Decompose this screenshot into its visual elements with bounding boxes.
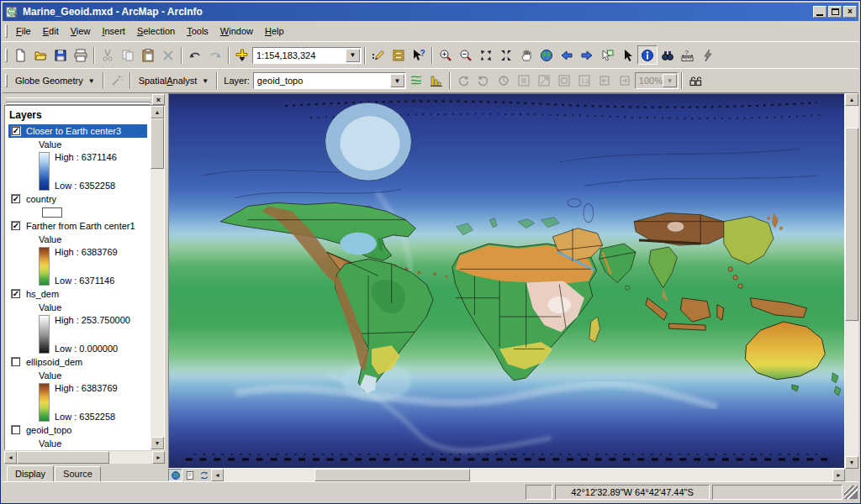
menu-selection[interactable]: Selection (131, 24, 181, 39)
map-horizontal-scrollbar[interactable]: ◄ ► (211, 469, 845, 481)
whats-this-button[interactable]: ? (409, 45, 429, 65)
rotate-left-button[interactable] (453, 71, 473, 91)
scroll-right-arrow[interactable]: ► (152, 451, 165, 464)
map-canvas[interactable] (168, 93, 845, 469)
layout-view-button[interactable] (182, 469, 197, 481)
scrollbar-thumb[interactable] (845, 128, 858, 321)
globe-geometry-menu[interactable]: Globe Geometry ▼ (10, 71, 100, 90)
menu-edit[interactable]: Edit (37, 24, 65, 39)
new-button[interactable] (10, 45, 30, 65)
scroll-down-arrow[interactable]: ▼ (845, 456, 858, 469)
pan-button[interactable] (516, 45, 536, 65)
layer-row-ellipsoid-dem[interactable]: ellipsoid_dem (8, 355, 147, 369)
go-next-button[interactable] (577, 45, 597, 65)
scroll-down-arrow[interactable]: ▼ (151, 437, 164, 449)
zoom-in-button[interactable] (436, 45, 456, 65)
go-back-button[interactable] (557, 45, 577, 65)
zoom-out-button[interactable] (456, 45, 476, 65)
scrollbar-thumb[interactable] (17, 451, 109, 464)
lock-button[interactable] (685, 71, 705, 91)
menu-help[interactable]: Help (259, 24, 290, 39)
toc-grip[interactable]: × (4, 94, 165, 105)
toc-close-button[interactable]: × (152, 94, 165, 105)
print-button[interactable] (71, 45, 91, 65)
country-symbol-swatch[interactable] (42, 207, 62, 218)
spatial-analyst-menu[interactable]: Spatial Analyst ▼ (134, 71, 214, 90)
menu-insert[interactable]: Insert (96, 24, 131, 39)
layer-checkbox[interactable]: ✓ (11, 289, 21, 299)
menu-tools[interactable]: Tools (181, 24, 214, 39)
scroll-left-arrow[interactable]: ◄ (4, 451, 17, 464)
data-view-button[interactable] (168, 469, 182, 481)
open-button[interactable] (30, 45, 50, 65)
resize-grip[interactable] (844, 486, 858, 499)
toc-horizontal-scrollbar[interactable]: ◄ ► (4, 451, 165, 464)
toolbar-grip[interactable] (5, 49, 8, 62)
layer-row-geoid-topo[interactable]: geoid_topo (8, 423, 147, 437)
layer-row-closer-to-earth-center3[interactable]: ✓ Closer to Earth center3 (8, 124, 147, 138)
layer-checkbox[interactable] (11, 425, 21, 435)
find-button[interactable] (658, 45, 678, 65)
magic-wand-button[interactable] (107, 71, 127, 91)
title-bar[interactable]: Marine_Geoid.mxd - ArcMap - ArcInfo × (3, 3, 858, 21)
toolbar-grip[interactable] (5, 74, 8, 87)
toc-vertical-scrollbar[interactable]: ▲ ▼ (151, 106, 164, 449)
delete-button[interactable] (158, 45, 178, 65)
select-features-button[interactable] (597, 45, 617, 65)
layer-combobox[interactable]: geoid_topo ▼ (253, 72, 406, 89)
close-button[interactable]: × (843, 6, 857, 18)
tab-display[interactable]: Display (7, 465, 54, 481)
redo-button[interactable] (205, 45, 225, 65)
copy-button[interactable] (118, 45, 138, 65)
page-back-button[interactable] (594, 71, 615, 91)
scrollbar-thumb[interactable] (151, 118, 164, 169)
chevron-down-icon[interactable]: ▼ (390, 74, 404, 87)
layer-checkbox[interactable] (11, 357, 21, 367)
map-vertical-scrollbar[interactable]: ▲ ▼ (845, 93, 858, 469)
layer-row-farther-from-earth-center1[interactable]: ✓ Farther from Earth center1 (8, 219, 147, 233)
page-next-button[interactable] (615, 71, 635, 91)
scroll-up-arrow[interactable]: ▲ (151, 106, 164, 118)
fixed-zoom-in-button[interactable] (476, 45, 496, 65)
editor-button[interactable] (368, 45, 388, 65)
arccatalog-button[interactable] (388, 45, 409, 65)
zoom-page-button-4[interactable]: 1:1 (574, 71, 594, 91)
lightning-button[interactable] (698, 45, 718, 65)
fixed-zoom-out-button[interactable] (496, 45, 516, 65)
menu-window[interactable]: Window (214, 24, 259, 39)
layer-checkbox[interactable]: ✓ (11, 126, 21, 136)
measure-button[interactable]: ? (678, 45, 698, 65)
scrollbar-thumb[interactable] (314, 469, 470, 481)
menu-view[interactable]: View (65, 24, 97, 39)
select-elements-button[interactable] (617, 45, 637, 65)
cut-button[interactable] (98, 45, 118, 65)
layer-checkbox[interactable]: ✓ (11, 221, 21, 231)
rotate-right-button[interactable] (473, 71, 494, 91)
scroll-left-arrow[interactable]: ◄ (211, 469, 224, 481)
maximize-button[interactable] (828, 6, 842, 18)
paste-button[interactable] (138, 45, 158, 65)
contour-button[interactable] (406, 71, 426, 91)
zoom-page-button-3[interactable] (554, 71, 574, 91)
menu-grip[interactable] (5, 24, 8, 38)
save-button[interactable] (50, 45, 71, 65)
rotate-reset-button[interactable] (494, 71, 514, 91)
layer-row-country[interactable]: ✓ country (8, 192, 147, 206)
layer-checkbox[interactable]: ✓ (11, 194, 21, 204)
histogram-button[interactable] (426, 71, 446, 91)
full-extent-button[interactable] (536, 45, 557, 65)
menu-file[interactable]: File (10, 24, 37, 39)
scroll-right-arrow[interactable]: ► (832, 469, 845, 481)
zoom-page-button-1[interactable] (514, 71, 534, 91)
scroll-up-arrow[interactable]: ▲ (845, 93, 858, 106)
layer-row-hs-dem[interactable]: ✓ hs_dem (8, 287, 147, 301)
minimize-button[interactable] (813, 6, 827, 18)
refresh-view-button[interactable] (197, 469, 211, 481)
identify-button[interactable] (637, 45, 658, 65)
tab-source[interactable]: Source (55, 466, 101, 481)
undo-button[interactable] (185, 45, 205, 65)
scale-combobox[interactable]: 1:154,183,324 ▼ (252, 47, 362, 64)
chevron-down-icon[interactable]: ▼ (346, 49, 360, 62)
add-data-button[interactable] (232, 45, 252, 65)
zoom-page-button-2[interactable] (534, 71, 554, 91)
